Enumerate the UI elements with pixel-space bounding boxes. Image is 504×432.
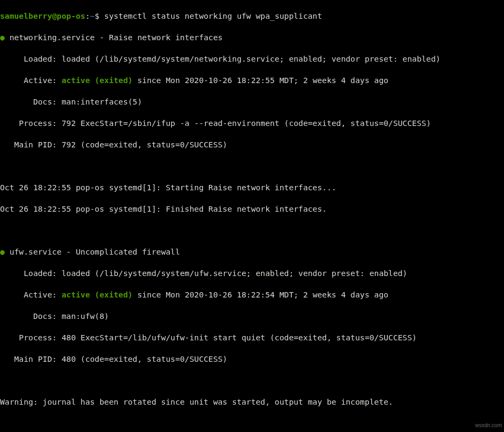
prompt-dir: ~ bbox=[90, 11, 95, 20]
output-line: Docs: man:interfaces(5) bbox=[0, 96, 504, 107]
output-line: Oct 26 18:22:55 pop-os systemd[1]: Start… bbox=[0, 182, 504, 193]
output-line: Process: 480 ExecStart=/lib/ufw/ufw-init… bbox=[0, 332, 504, 343]
prompt-line: samuelberry@pop-os:~$ systemctl status n… bbox=[0, 11, 504, 21]
prompt-user: samuelberry@pop-os bbox=[0, 11, 85, 20]
output-line bbox=[0, 375, 504, 386]
output-line: Warning: journal has been rotated since … bbox=[0, 397, 504, 407]
prompt-sep2: $ bbox=[95, 11, 104, 20]
output-line bbox=[0, 161, 504, 172]
output-line: Active: active (exited) since Mon 2020-1… bbox=[0, 75, 504, 86]
output-line: Main PID: 480 (code=exited, status=0/SUC… bbox=[0, 354, 504, 364]
command: systemctl status networking ufw wpa_supp… bbox=[104, 11, 322, 20]
output-line: ● networking.service - Raise network int… bbox=[0, 32, 504, 43]
output-line: Docs: man:ufw(8) bbox=[0, 311, 504, 322]
terminal[interactable]: samuelberry@pop-os:~$ systemctl status n… bbox=[0, 0, 504, 432]
output-line: Oct 26 18:22:55 pop-os systemd[1]: Finis… bbox=[0, 204, 504, 214]
output-line: ● ufw.service - Uncomplicated firewall bbox=[0, 247, 504, 257]
output-line bbox=[0, 418, 504, 429]
bullet-icon: ● bbox=[0, 33, 5, 42]
output-line bbox=[0, 225, 504, 236]
prompt-sep1: : bbox=[85, 11, 90, 20]
output-line: Process: 792 ExecStart=/sbin/ifup -a --r… bbox=[0, 118, 504, 129]
output-line: Loaded: loaded (/lib/systemd/system/netw… bbox=[0, 54, 504, 64]
output-line: Loaded: loaded (/lib/systemd/system/ufw.… bbox=[0, 268, 504, 279]
output-line: Main PID: 792 (code=exited, status=0/SUC… bbox=[0, 139, 504, 150]
output-line: Active: active (exited) since Mon 2020-1… bbox=[0, 289, 504, 300]
watermark: wsxdn.com bbox=[475, 420, 502, 431]
bullet-icon: ● bbox=[0, 247, 5, 256]
